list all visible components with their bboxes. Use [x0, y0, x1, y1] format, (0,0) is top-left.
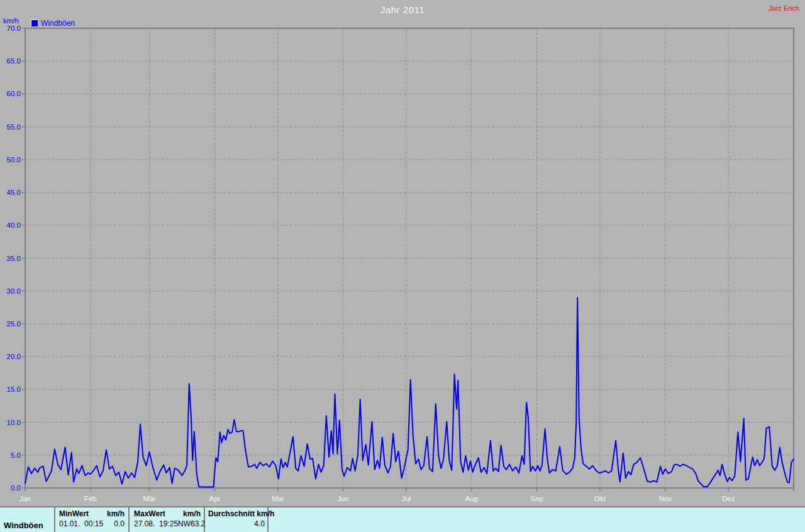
y-axis-tick-label: 0.0	[11, 484, 21, 492]
table-divider	[54, 507, 55, 532]
x-axis-month-label: Sep	[530, 495, 543, 502]
x-axis-month-label: Mai	[272, 495, 284, 502]
x-axis-month-label: Jan	[19, 495, 31, 502]
x-axis-month-label: Aug	[465, 495, 478, 502]
stats-max-cell: MaxWert km/h 27.08. 19:25NW 63.2	[134, 507, 201, 532]
y-axis-tick-label: 20.0	[7, 353, 21, 360]
min-unit: km/h	[107, 509, 125, 518]
max-header: MaxWert	[134, 509, 165, 518]
y-axis-tick-label: 5.0	[11, 452, 21, 459]
x-axis-month-label: Feb	[84, 495, 97, 502]
x-axis-month-label: Apr	[209, 495, 220, 502]
min-date: 01.01. 00:15	[59, 519, 103, 528]
table-divider	[128, 507, 130, 532]
weather-report-window: { "header": { "title": "Jahr 2011", "cre…	[0, 0, 805, 532]
y-axis-tick-label: 40.0	[7, 221, 21, 229]
series-name-text: Windböen	[4, 521, 52, 530]
y-axis-tick-label: 10.0	[7, 419, 21, 426]
y-axis-tick-label: 30.0	[7, 287, 21, 295]
avg-value: 4.0	[254, 519, 265, 528]
y-axis-tick-label: 35.0	[7, 255, 21, 262]
y-axis-tick-label: 45.0	[7, 189, 21, 196]
max-value: 63.2	[191, 519, 205, 528]
y-axis-tick-label: 70.0	[7, 25, 21, 32]
max-date-direction: 27.08. 19:25NW	[134, 519, 191, 528]
min-value: 0.0	[114, 519, 125, 528]
min-header: MinWert	[59, 509, 89, 518]
wind-gust-data-line	[25, 297, 794, 487]
y-axis-tick-label: 65.0	[7, 57, 21, 65]
x-axis-month-label: Jul	[402, 495, 411, 502]
stats-avg-cell: Durchschnitt km/h 4.0	[208, 507, 265, 532]
y-axis-tick-label: 50.0	[7, 156, 21, 163]
x-axis-month-label: Mär	[143, 495, 156, 502]
x-axis-month-label: Okt	[594, 495, 606, 502]
max-unit: km/h	[183, 509, 201, 518]
avg-header: Durchschnitt km/h	[208, 509, 274, 518]
stats-row-label: Windböen	[4, 507, 52, 532]
stats-min-cell: MinWert km/h 01.01. 00:15 0.0	[59, 507, 125, 532]
x-axis-month-label: Dez	[722, 495, 735, 502]
x-axis-month-label: Jun	[337, 495, 349, 502]
wind-gust-line-chart[interactable]: 0.05.010.015.020.025.030.035.040.045.050…	[0, 0, 805, 506]
x-axis-month-label: Nov	[659, 495, 672, 502]
y-axis-tick-label: 15.0	[7, 385, 21, 393]
y-axis-tick-label: 60.0	[7, 90, 21, 97]
y-axis-tick-label: 55.0	[7, 123, 21, 131]
stats-table: Windböen MinWert km/h 01.01. 00:15 0.0 M…	[0, 506, 805, 532]
y-axis-tick-label: 25.0	[7, 320, 21, 328]
